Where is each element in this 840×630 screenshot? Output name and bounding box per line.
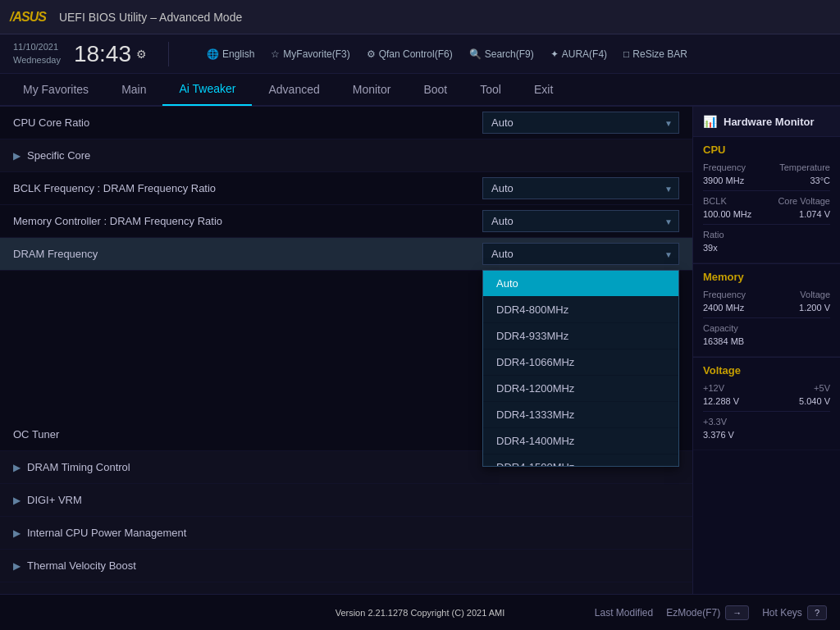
resizebar-tool[interactable]: □ ReSize BAR	[623, 48, 687, 60]
hw-bclk-val-row: 100.00 MHz 1.074 V	[703, 209, 830, 219]
memory-controller-row: Memory Controller : DRAM Frequency Ratio…	[0, 205, 692, 238]
dram-option-ddr4-1500[interactable]: DDR4-1500MHz	[483, 454, 678, 467]
cpu-power-mgmt-row[interactable]: ▶ Internal CPU Power Management	[0, 517, 692, 550]
hw-v5-label: +5V	[814, 383, 830, 393]
date-display: 11/10/2021 Wednesday	[13, 41, 61, 66]
hw-v33-label: +3.3V	[703, 417, 727, 427]
hw-monitor-header: 📊 Hardware Monitor	[693, 107, 840, 137]
hw-mem-freq-label: Frequency	[703, 290, 746, 299]
bclk-freq-select-wrapper: Auto	[482, 177, 679, 199]
hw-memory-section: Memory Frequency Voltage 2400 MHz 1.200 …	[693, 264, 840, 357]
dram-option-auto[interactable]: Auto	[483, 271, 678, 297]
thermal-arrow: ▶	[13, 560, 21, 572]
ez-mode-icon: →	[725, 605, 749, 620]
hw-v12-label: +12V	[703, 383, 724, 393]
hw-mem-freq-label-row: Frequency Voltage	[703, 290, 830, 299]
nav-advanced[interactable]: Advanced	[252, 73, 336, 106]
hw-v33-val-row: 3.376 V	[703, 430, 830, 440]
hw-ratio-val-row: 39x	[703, 243, 830, 253]
qfan-tool[interactable]: ⚙ Qfan Control(F6)	[367, 48, 453, 60]
hw-monitor-title: Hardware Monitor	[724, 116, 815, 128]
ez-mode-button[interactable]: EzMode(F7) →	[666, 605, 749, 620]
last-modified-button[interactable]: Last Modified	[595, 607, 653, 619]
cpu-power-arrow: ▶	[13, 527, 21, 539]
hw-cpu-title: CPU	[703, 144, 830, 156]
hw-memory-title: Memory	[703, 271, 830, 283]
dram-frequency-dropdown: Auto DDR4-800MHz DDR4-933MHz DDR4-1066MH…	[482, 270, 679, 467]
dram-option-ddr4-800[interactable]: DDR4-800MHz	[483, 297, 678, 323]
hw-mem-freq-val-row: 2400 MHz 1.200 V	[703, 303, 830, 313]
dram-option-ddr4-933[interactable]: DDR4-933MHz	[483, 323, 678, 349]
memory-controller-select[interactable]: Auto	[482, 210, 679, 232]
hw-voltage-section: Voltage +12V +5V 12.288 V 5.040 V +3.3V …	[693, 358, 840, 450]
dram-timing-arrow: ▶	[13, 462, 21, 473]
nav-exit[interactable]: Exit	[518, 73, 569, 106]
vf-label: V/F Point Offset	[27, 592, 679, 594]
hw-voltage-title: Voltage	[703, 364, 830, 377]
hw-cpu-temp-label: Temperature	[779, 162, 830, 172]
specific-core-label: Specific Core	[27, 149, 679, 162]
time-tools-bar: 11/10/2021 Wednesday 18:43 ⚙ 🌐 English ☆…	[0, 34, 840, 74]
hw-cpu-freq-row: Frequency Temperature	[703, 162, 830, 172]
hw-bclk-label: BCLK	[703, 196, 727, 206]
dram-option-ddr4-1400[interactable]: DDR4-1400MHz	[483, 428, 678, 454]
specific-core-row[interactable]: ▶ Specific Core	[0, 139, 692, 172]
time-settings-icon[interactable]: ⚙	[136, 48, 147, 61]
vf-arrow: ▶	[13, 593, 21, 595]
nav-my-favorites[interactable]: My Favorites	[7, 73, 105, 106]
nav-monitor[interactable]: Monitor	[336, 73, 408, 106]
cpu-core-ratio-select-wrapper: Auto	[482, 112, 679, 134]
nav-main[interactable]: Main	[105, 73, 162, 106]
bclk-freq-select[interactable]: Auto	[482, 177, 679, 199]
dram-frequency-select[interactable]: Auto	[482, 243, 679, 265]
dram-option-ddr4-1333[interactable]: DDR4-1333MHz	[483, 402, 678, 428]
nav-tool[interactable]: Tool	[463, 73, 518, 106]
memory-controller-select-wrapper: Auto	[482, 210, 679, 232]
hw-mem-cap-val-row: 16384 MB	[703, 336, 830, 346]
hardware-monitor-panel: 📊 Hardware Monitor CPU Frequency Tempera…	[692, 107, 840, 594]
cpu-core-ratio-select[interactable]: Auto	[482, 112, 679, 134]
dram-frequency-select-wrapper: Auto	[482, 243, 679, 265]
dram-frequency-row: DRAM Frequency Auto Auto DDR4-800MHz DDR…	[0, 238, 692, 271]
vf-point-row[interactable]: ▶ V/F Point Offset	[0, 582, 692, 594]
hw-bclk-value: 100.00 MHz	[703, 209, 751, 219]
nav-boot[interactable]: Boot	[407, 73, 463, 106]
hw-mem-capacity-label: Capacity	[703, 323, 738, 333]
time-display: 18:43 ⚙	[74, 41, 147, 67]
version-text: Version 2.21.1278 Copyright (C) 2021 AMI	[336, 608, 505, 618]
hw-mem-freq-value: 2400 MHz	[703, 303, 744, 313]
dram-option-ddr4-1066[interactable]: DDR4-1066MHz	[483, 349, 678, 376]
hw-mem-voltage-label: Voltage	[800, 290, 830, 299]
main-layout: CPU Core Ratio Auto ▶ Specific Core BCLK…	[0, 107, 840, 594]
hot-keys-label: Hot Keys	[762, 607, 802, 619]
hw-cpu-temp-value: 33°C	[810, 176, 830, 185]
hw-mem-voltage-value: 1.200 V	[799, 303, 830, 313]
aura-tool[interactable]: ✦ AURA(F4)	[550, 48, 607, 60]
header-tools: 🌐 English ☆ MyFavorite(F3) ⚙ Qfan Contro…	[207, 48, 687, 60]
search-tool[interactable]: 🔍 Search(F9)	[469, 48, 534, 60]
hw-v5-value: 5.040 V	[799, 396, 830, 406]
hw-cpu-freq-label: Frequency	[703, 162, 746, 172]
cpu-core-ratio-row: CPU Core Ratio Auto	[0, 107, 692, 139]
asus-logo: /ASUS	[10, 10, 46, 25]
bios-title: UEFI BIOS Utility – Advanced Mode	[59, 11, 242, 24]
language-tool[interactable]: 🌐 English	[207, 48, 254, 60]
specific-core-arrow: ▶	[13, 150, 21, 162]
hw-v33-value: 3.376 V	[703, 430, 734, 440]
digiplus-arrow: ▶	[13, 495, 21, 506]
hot-keys-button[interactable]: Hot Keys ?	[762, 605, 827, 620]
hw-v12-val-row: 12.288 V 5.040 V	[703, 396, 830, 406]
bclk-freq-row: BCLK Frequency : DRAM Frequency Ratio Au…	[0, 172, 692, 205]
hw-v33-label-row: +3.3V	[703, 417, 830, 427]
last-modified-label: Last Modified	[595, 607, 653, 619]
hw-ratio-label: Ratio	[703, 230, 724, 240]
hw-cpu-freq-value: 3900 MHz	[703, 176, 744, 185]
nav-ai-tweaker[interactable]: Ai Tweaker	[162, 73, 252, 106]
thermal-velocity-row[interactable]: ▶ Thermal Velocity Boost	[0, 550, 692, 582]
monitor-icon: 📊	[703, 115, 717, 128]
digiplus-vrm-row[interactable]: ▶ DIGI+ VRM	[0, 484, 692, 517]
bclk-freq-label: BCLK Frequency : DRAM Frequency Ratio	[13, 182, 482, 194]
dram-option-ddr4-1200[interactable]: DDR4-1200MHz	[483, 376, 678, 402]
hw-ratio-value: 39x	[703, 243, 718, 253]
myfavorite-tool[interactable]: ☆ MyFavorite(F3)	[271, 48, 349, 60]
